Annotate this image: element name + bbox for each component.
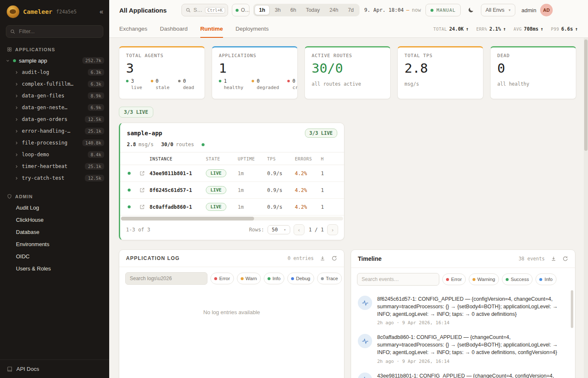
manual-refresh-toggle[interactable]: MANUAL <box>425 4 461 16</box>
download-icon[interactable] <box>320 255 326 261</box>
admin-header-label: ADMIN <box>15 194 33 199</box>
tps-cell: 0.9/s <box>267 187 295 193</box>
sidebar-item-data-gen-nested[interactable]: data-gen-neste… 6.9k <box>0 102 109 113</box>
log-filter-debug[interactable]: Debug <box>287 273 314 284</box>
main-area: All Applications S… Ctrl+K O… 1h 3h 6h T… <box>109 0 588 378</box>
tab-runtime[interactable]: Runtime <box>200 20 223 37</box>
scrollbar-thumb[interactable] <box>121 217 254 220</box>
timeline-filter-warning[interactable]: Warning <box>469 273 499 285</box>
table-footer: 1-3 of 3 Rows: 50 ▾ ‹ 1 / 1 › <box>120 220 344 240</box>
external-link-icon[interactable] <box>134 204 150 210</box>
sub-count: 0 <box>183 78 186 84</box>
sidebar-item-data-gen-orders[interactable]: data-gen-orders 12.5k <box>0 113 109 125</box>
tps-cell: 0.9/s <box>267 171 295 176</box>
log-filter-info[interactable]: Info <box>264 273 284 284</box>
api-docs-link[interactable]: API Docs <box>0 360 109 378</box>
timeline-scrollbar[interactable] <box>571 290 573 328</box>
stat-card-active-routes: ACTIVE ROUTES 30/0 all routes active <box>304 46 391 99</box>
status-dot <box>178 80 181 82</box>
refresh-icon[interactable] <box>331 255 337 261</box>
sidebar-item-environments[interactable]: Environments <box>0 238 109 250</box>
sub-stat-healthy: 1 healthy <box>219 78 243 90</box>
timeline-filter-success[interactable]: Success <box>502 273 533 285</box>
sidebar-item-timer-heartbeat[interactable]: timer-heartbeat 25.1k <box>0 160 109 172</box>
log-filter-trace[interactable]: Trace <box>317 273 342 284</box>
sidebar-item-clickhouse[interactable]: ClickHouse <box>0 214 109 226</box>
external-link-icon[interactable] <box>134 187 150 193</box>
timeline-filter-info[interactable]: Info <box>536 273 556 285</box>
time-range-3h[interactable]: 3h <box>270 5 285 15</box>
status-dot <box>321 277 324 280</box>
time-range-24h[interactable]: 24h <box>325 5 343 15</box>
time-range-6h[interactable]: 6h <box>286 5 301 15</box>
online-indicator[interactable]: O… <box>232 4 249 16</box>
stat-label: ERR% <box>476 27 487 32</box>
status-dot <box>128 205 131 208</box>
prev-page-button[interactable]: ‹ <box>294 224 304 235</box>
sidebar-item-error-handling[interactable]: error-handling-… 25.1k <box>0 125 109 137</box>
horizontal-scrollbar[interactable] <box>121 217 343 220</box>
app-card-title[interactable]: sample-app <box>127 130 162 136</box>
external-link-icon[interactable] <box>134 171 150 176</box>
timeline-event[interactable]: 43ee9811b801-1: CONFIG_APPLIED — {change… <box>358 368 567 378</box>
sidebar-item-complex-fulfillment[interactable]: complex-fulfillm… 6.3k <box>0 78 109 90</box>
sidebar-item-oidc[interactable]: OIDC <box>0 250 109 262</box>
sidebar-item-database[interactable]: Database <box>0 226 109 238</box>
event-text: 8f6245c61d57-1: CONFIG_APPLIED — {config… <box>377 296 567 318</box>
sidebar-item-loop-demo[interactable]: loop-demo 8.4k <box>0 149 109 160</box>
table-row[interactable]: 8c0affadb860-1 LIVE 1m 0.9/s 4.2% 1 <box>120 199 344 215</box>
sidebar-item-try-catch-test[interactable]: try-catch-test 12.5k <box>0 172 109 184</box>
sidebar-collapse-icon[interactable]: « <box>100 8 103 15</box>
next-page-button[interactable]: › <box>327 224 338 235</box>
live-summary-chip[interactable]: 3/3 LIVE <box>119 107 153 118</box>
trend-up-icon: ↑ <box>541 26 543 32</box>
refresh-icon[interactable] <box>562 256 568 262</box>
date-from: 9. Apr. 18:04 <box>364 7 404 13</box>
stat-card-total-tps: TOTAL TPS 2.8 msg/s <box>397 46 483 99</box>
uptime-value: 1m <box>238 171 267 176</box>
time-range-today[interactable]: Today <box>301 5 324 15</box>
tab-exchanges[interactable]: Exchanges <box>119 20 147 37</box>
count-badge: 6.3k <box>88 81 104 87</box>
sidebar-item-audit-log-admin[interactable]: Audit Log <box>0 202 109 214</box>
timeline-event[interactable]: 8f6245c61d57-1: CONFIG_APPLIED — {config… <box>358 291 567 330</box>
sidebar-header: Cameleer f24a5e5 « <box>0 0 109 22</box>
avatar[interactable]: AD <box>540 4 553 16</box>
time-range-1h[interactable]: 1h <box>255 5 270 15</box>
log-filter-error[interactable]: Error <box>210 273 234 284</box>
dark-mode-toggle[interactable] <box>465 4 477 16</box>
status-dot <box>291 277 294 280</box>
time-range-7d[interactable]: 7d <box>343 5 358 15</box>
download-icon[interactable] <box>551 256 556 262</box>
tree-item-label: data-gen-neste… <box>22 105 67 110</box>
global-search[interactable]: S… Ctrl+K <box>181 4 228 16</box>
sidebar-item-audit-log[interactable]: audit-log 6.3k <box>0 66 109 78</box>
sidebar-filter-input[interactable] <box>6 25 103 38</box>
tab-deployments[interactable]: Deployments <box>236 20 269 37</box>
main-scrollbar[interactable] <box>584 38 588 378</box>
sidebar-item-sample-app[interactable]: sample app 252.7k <box>0 55 109 66</box>
tab-dashboard[interactable]: Dashboard <box>160 20 188 37</box>
sidebar-item-users-roles[interactable]: Users & Roles <box>0 262 109 275</box>
filter-label: Error <box>219 276 230 281</box>
filter-label: Debug <box>296 276 310 281</box>
rows-per-page-select[interactable]: 50 ▾ <box>268 225 290 234</box>
sidebar-item-data-gen-files[interactable]: data-gen-files 8.9k <box>0 90 109 102</box>
chevron-right-icon <box>14 82 19 87</box>
scrollbar-thumb[interactable] <box>584 39 588 151</box>
timeline-event[interactable]: 8c0affadb860-1: CONFIG_APPLIED — {change… <box>358 330 567 368</box>
log-filter-warn[interactable]: Warn <box>237 273 261 284</box>
sidebar-item-file-processing[interactable]: file-processing 140.8k <box>0 137 109 149</box>
stat-value: 6.6s <box>561 26 573 32</box>
stat-p99: P99 6.6s ↑ <box>551 26 578 32</box>
timeline-search-input[interactable] <box>357 273 439 286</box>
date-range-display[interactable]: 9. Apr. 18:04 — now <box>364 7 421 13</box>
timeline-filter-error[interactable]: Error <box>442 273 466 285</box>
tree-item-label: file-processing <box>22 140 67 146</box>
environment-select[interactable]: All Envs ▾ <box>481 4 515 16</box>
state-badge: LIVE <box>206 203 226 211</box>
table-row[interactable]: 43ee9811b801-1 LIVE 1m 0.9/s 4.2% 1 <box>120 165 344 182</box>
log-search-input[interactable] <box>125 272 207 285</box>
trend-up-icon: ↑ <box>575 26 578 32</box>
table-row[interactable]: 8f6245c61d57-1 LIVE 1m 0.9/s 4.2% 1 <box>120 182 344 199</box>
